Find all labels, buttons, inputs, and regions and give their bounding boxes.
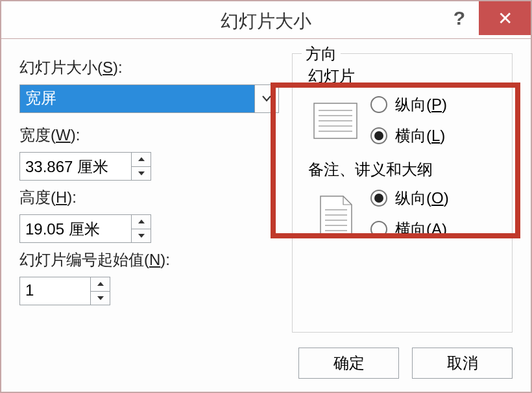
triangle-down-icon xyxy=(138,171,145,176)
width-down-button[interactable] xyxy=(132,167,151,181)
portrait-page-icon xyxy=(320,192,352,242)
slide-size-dialog: 幻灯片大小 ? ✕ 幻灯片大小(S): 宽屏 宽度(W): 33.867 厘米 xyxy=(0,0,532,393)
width-spinner-buttons xyxy=(131,153,151,180)
right-column: 方向 幻灯片 纵向(P) xyxy=(292,53,513,333)
svg-marker-5 xyxy=(97,296,104,300)
start-number-label: 幻灯片编号起始值(N): xyxy=(19,249,279,270)
start-number-spinner[interactable]: 1 xyxy=(19,277,110,305)
slides-portrait-radio[interactable]: 纵向(P) xyxy=(370,94,447,115)
start-number-value[interactable]: 1 xyxy=(20,277,90,305)
width-value[interactable]: 33.867 厘米 xyxy=(20,153,131,180)
height-value[interactable]: 19.05 厘米 xyxy=(20,215,131,242)
radio-icon xyxy=(370,96,387,113)
cancel-button[interactable]: 取消 xyxy=(412,348,513,379)
landscape-page-icon xyxy=(313,98,357,144)
start-up-button[interactable] xyxy=(91,277,110,292)
notes-portrait-radio[interactable]: 纵向(O) xyxy=(370,188,449,209)
start-number-spinner-buttons xyxy=(90,277,110,305)
radio-icon xyxy=(370,127,387,144)
triangle-up-icon xyxy=(138,219,145,224)
triangle-down-icon xyxy=(138,233,145,238)
svg-marker-1 xyxy=(138,171,145,175)
titlebar-buttons: ? ✕ xyxy=(440,1,531,35)
chevron-down-icon xyxy=(262,95,271,102)
slides-orientation-row: 纵向(P) 横向(L) xyxy=(308,94,500,146)
triangle-up-icon xyxy=(97,281,104,286)
height-spinner-buttons xyxy=(131,215,151,242)
radio-label: 纵向(O) xyxy=(395,188,449,209)
help-button[interactable]: ? xyxy=(440,1,479,35)
slides-radio-group: 纵向(P) 横向(L) xyxy=(370,94,447,146)
notes-radio-group: 纵向(O) 横向(A) xyxy=(370,188,449,240)
svg-marker-4 xyxy=(97,282,104,286)
start-down-button[interactable] xyxy=(91,292,110,305)
radio-label: 横向(A) xyxy=(395,219,447,240)
left-column: 幻灯片大小(S): 宽屏 宽度(W): 33.867 厘米 高度(H): xyxy=(19,53,279,311)
svg-marker-2 xyxy=(138,220,145,223)
notes-orientation-row: 纵向(O) 横向(A) xyxy=(308,188,500,242)
slide-size-value[interactable]: 宽屏 xyxy=(19,84,254,113)
notes-landscape-radio[interactable]: 横向(A) xyxy=(370,219,449,240)
width-spinner[interactable]: 33.867 厘米 xyxy=(19,152,151,181)
height-up-button[interactable] xyxy=(132,215,151,229)
radio-icon xyxy=(370,221,387,238)
triangle-up-icon xyxy=(138,157,145,162)
svg-marker-12 xyxy=(320,196,352,238)
width-label: 宽度(W): xyxy=(19,125,279,146)
dialog-title: 幻灯片大小 xyxy=(221,9,311,34)
svg-marker-3 xyxy=(138,234,145,238)
height-label: 高度(H): xyxy=(19,187,279,208)
dialog-buttons: 确定 取消 xyxy=(298,348,513,379)
slide-size-combo[interactable]: 宽屏 xyxy=(19,84,279,113)
orientation-legend: 方向 xyxy=(302,44,341,64)
svg-marker-0 xyxy=(138,157,145,161)
orientation-group: 方向 幻灯片 纵向(P) xyxy=(292,53,513,333)
notes-subgroup-title: 备注、讲义和大纲 xyxy=(308,159,500,180)
close-button[interactable]: ✕ xyxy=(479,1,531,35)
radio-icon xyxy=(370,190,387,207)
slides-landscape-radio[interactable]: 横向(L) xyxy=(370,125,447,146)
ok-button[interactable]: 确定 xyxy=(298,348,399,379)
dialog-body: 幻灯片大小(S): 宽屏 宽度(W): 33.867 厘米 高度(H): xyxy=(1,39,531,392)
triangle-down-icon xyxy=(97,296,104,301)
radio-label: 横向(L) xyxy=(395,125,445,146)
width-up-button[interactable] xyxy=(132,153,151,167)
height-spinner[interactable]: 19.05 厘米 xyxy=(19,214,151,243)
radio-label: 纵向(P) xyxy=(395,94,447,115)
height-down-button[interactable] xyxy=(132,229,151,243)
slides-subgroup-title: 幻灯片 xyxy=(308,66,500,86)
slide-size-dropdown-button[interactable] xyxy=(254,84,279,113)
slide-size-label: 幻灯片大小(S): xyxy=(19,57,279,78)
titlebar: 幻灯片大小 ? ✕ xyxy=(1,1,531,39)
